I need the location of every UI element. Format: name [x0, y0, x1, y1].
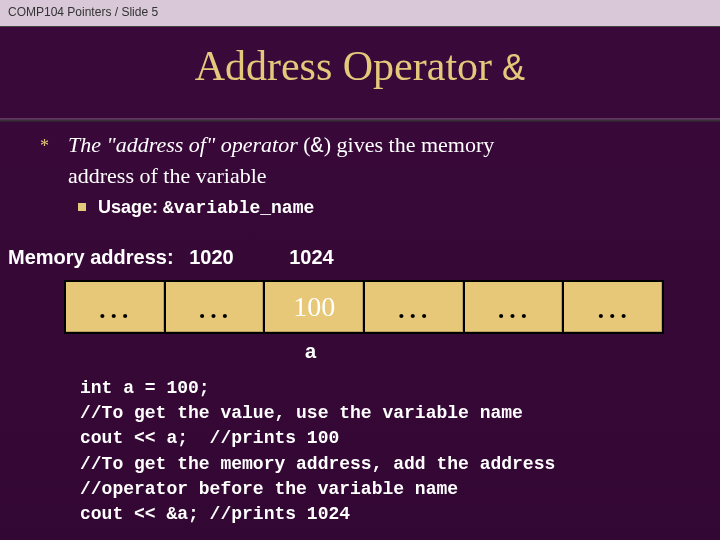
bullet-rest: ) gives the memory: [324, 132, 494, 157]
usage-line: Usage: &variable_name: [40, 197, 680, 218]
slide-title: Address Operator &: [0, 42, 720, 91]
memory-cell: …: [562, 280, 664, 334]
code-line: int a = 100;: [80, 378, 210, 398]
memory-cell: …: [164, 280, 264, 334]
title-amp: &: [503, 48, 526, 91]
ellipsis-icon: …: [97, 288, 133, 326]
ellipsis-icon: …: [396, 288, 432, 326]
code-line: //To get the memory address, add the add…: [80, 454, 555, 474]
ellipsis-icon: …: [197, 288, 233, 326]
bullet-line-2: address of the variable: [40, 163, 680, 189]
body: * The "address of" operator (&) gives th…: [40, 132, 680, 218]
code-line: //To get the value, use the variable nam…: [80, 403, 523, 423]
code-line: cout << &a; //prints 1024: [80, 504, 350, 524]
usage-label: Usage:: [98, 197, 163, 217]
rule: [0, 118, 720, 122]
memaddr-1024: 1024: [289, 246, 334, 269]
memory-row: … … 100 … … …: [64, 280, 664, 334]
bullet-amp: &: [311, 134, 324, 159]
memory-cell-value: 100: [263, 280, 363, 334]
ellipsis-icon: …: [595, 288, 631, 326]
ellipsis-icon: …: [496, 288, 532, 326]
memaddr-1020: 1020: [189, 246, 234, 269]
memory-cell: …: [64, 280, 164, 334]
bullet-open: (: [298, 132, 311, 157]
cell-value: 100: [293, 291, 335, 323]
code-block: int a = 100; //To get the value, use the…: [80, 376, 555, 527]
variable-label-a: a: [305, 340, 316, 363]
bullet-star-icon: *: [40, 136, 49, 157]
memory-cell: …: [463, 280, 563, 334]
slide: COMP104 Pointers / Slide 5 Address Opera…: [0, 0, 720, 540]
header-text: COMP104 Pointers / Slide 5: [8, 5, 158, 19]
usage-code: &variable_name: [163, 198, 314, 218]
memory-cell: …: [363, 280, 463, 334]
memory-address-label: Memory address: 1020 1024: [8, 246, 334, 269]
bullet-line-1: * The "address of" operator (&) gives th…: [40, 132, 680, 159]
bullet-italic: The "address of" operator: [68, 132, 298, 157]
square-bullet-icon: [78, 203, 86, 211]
memaddr-text: Memory address:: [8, 246, 174, 268]
code-line: //operator before the variable name: [80, 479, 458, 499]
title-main: Address Operator: [195, 43, 503, 89]
code-line: cout << a; //prints 100: [80, 428, 339, 448]
